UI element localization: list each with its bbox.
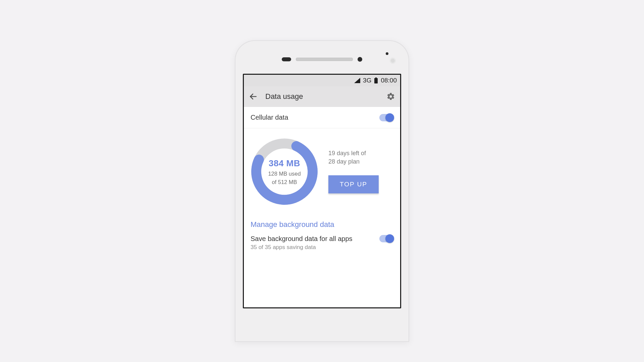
- cellular-data-row: Cellular data: [244, 107, 400, 128]
- data-total-line: of 512 MB: [272, 179, 297, 185]
- proximity-sensor: [282, 57, 291, 61]
- usage-panel: 384 MB 128 MB used of 512 MB 19 days lef…: [244, 128, 400, 217]
- manage-background-header: Manage background data: [244, 217, 400, 230]
- cellular-data-toggle[interactable]: [379, 114, 393, 121]
- front-camera-icon: [358, 57, 362, 62]
- data-usage-donut-chart: 384 MB 128 MB used of 512 MB: [249, 136, 320, 207]
- cellular-signal-icon: [354, 78, 360, 83]
- ambient-sensor: [386, 52, 388, 55]
- page-title: Data usage: [265, 92, 379, 101]
- cellular-data-label: Cellular data: [251, 114, 288, 121]
- back-arrow-icon[interactable]: [249, 92, 258, 101]
- earpiece-speaker: [296, 58, 353, 61]
- plan-days-left-line1: 19 days left of: [328, 150, 395, 157]
- phone-frame: 3G 08:00 Data usage Cellular data: [235, 40, 409, 342]
- donut-center-text: 384 MB 128 MB used of 512 MB: [249, 136, 320, 207]
- app-bar: Data usage: [244, 86, 400, 107]
- svg-rect-0: [375, 77, 377, 78]
- content: Cellular data 384 MB 128 MB used of 512 …: [244, 107, 400, 307]
- toggle-knob: [385, 234, 394, 243]
- gear-icon[interactable]: [386, 92, 395, 101]
- svg-rect-1: [374, 78, 378, 83]
- status-bar: 3G 08:00: [244, 75, 400, 86]
- phone-hardware-top: [235, 57, 409, 62]
- network-type: 3G: [363, 77, 371, 84]
- plan-info: 19 days left of 28 day plan TOP UP: [328, 150, 395, 193]
- save-background-sub: 35 of 35 apps saving data: [251, 244, 353, 251]
- battery-icon: [374, 77, 378, 83]
- toggle-knob: [385, 113, 394, 122]
- plan-days-left-line2: 28 day plan: [328, 158, 395, 165]
- save-background-label: Save background data for all apps: [251, 235, 353, 243]
- secondary-sensor: [390, 58, 396, 64]
- data-used-line: 128 MB used: [268, 171, 301, 177]
- save-background-row: Save background data for all apps 35 of …: [244, 230, 400, 257]
- screen: 3G 08:00 Data usage Cellular data: [243, 74, 401, 308]
- save-background-toggle[interactable]: [379, 235, 393, 242]
- clock: 08:00: [381, 77, 397, 84]
- top-up-button[interactable]: TOP UP: [328, 175, 379, 193]
- data-remaining-value: 384 MB: [269, 158, 300, 169]
